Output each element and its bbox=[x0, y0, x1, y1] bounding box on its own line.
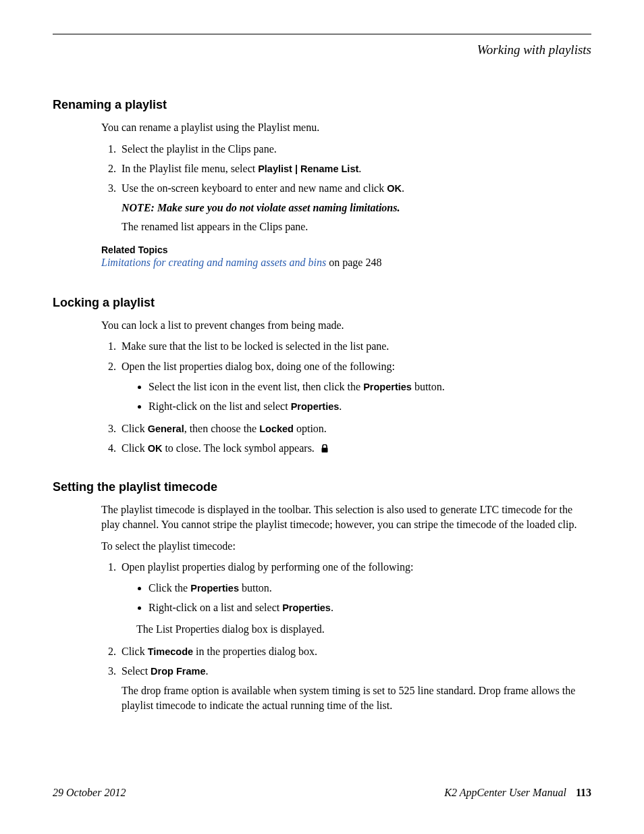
timecode-step-1-option-b: Right-click on a list and select Propert… bbox=[149, 600, 591, 615]
tc-3-post: . bbox=[205, 665, 208, 677]
lock-2b-pre: Right-click on the list and select bbox=[149, 400, 291, 412]
lock-step-2-option-b: Right-click on the list and select Prope… bbox=[149, 399, 591, 414]
lock-intro: You can lock a list to prevent changes f… bbox=[101, 318, 591, 333]
timecode-step-3-after: The drop frame option is available when … bbox=[122, 683, 591, 714]
rename-intro: You can rename a playlist using the Play… bbox=[101, 120, 591, 135]
general-tab-label: General bbox=[148, 423, 184, 434]
lock-2a-post: button. bbox=[412, 381, 445, 392]
timecode-step-1-option-a: Click the Properties button. bbox=[149, 581, 591, 596]
tc-1b-pre: Right-click on a list and select bbox=[149, 602, 282, 613]
related-topic-link[interactable]: Limitations for creating and naming asse… bbox=[101, 257, 326, 268]
lock-step-1: Make sure that the list to be locked is … bbox=[119, 339, 591, 354]
footer-manual-title: K2 AppCenter User Manual bbox=[444, 787, 566, 798]
rename-step-2: In the Playlist file menu, select Playli… bbox=[119, 161, 591, 176]
rename-note-after: The renamed list appears in the Clips pa… bbox=[122, 219, 591, 234]
timecode-step-1: Open playlist properties dialog by perfo… bbox=[119, 560, 591, 637]
rename-step-1: Select the playlist in the Clips pane. bbox=[119, 142, 591, 157]
timecode-steps: Open playlist properties dialog by perfo… bbox=[101, 560, 591, 713]
lock-step-2-option-a: Select the list icon in the event list, … bbox=[149, 380, 591, 394]
lock-2b-post: . bbox=[339, 400, 342, 412]
properties-menu-label: Properties bbox=[291, 401, 340, 412]
related-topic-trail: on page 248 bbox=[326, 257, 381, 268]
tc-1a-pre: Click the bbox=[149, 582, 190, 594]
rename-step-2-pre: In the Playlist file menu, select bbox=[122, 163, 258, 174]
tc-2-pre: Click bbox=[122, 646, 148, 657]
lock-3-post: option. bbox=[294, 423, 327, 434]
lock-step-3: Click General, then choose the Locked op… bbox=[119, 421, 591, 436]
menu-playlist-rename-list: Playlist | Rename List bbox=[258, 163, 358, 174]
lock-2a-pre: Select the list icon in the event list, … bbox=[149, 381, 363, 392]
header-rule bbox=[53, 34, 591, 34]
heading-setting-timecode: Setting the playlist timecode bbox=[53, 480, 591, 494]
header-breadcrumb: Working with playlists bbox=[53, 43, 591, 57]
locked-option-label: Locked bbox=[259, 423, 294, 434]
timecode-step-2: Click Timecode in the properties dialog … bbox=[119, 644, 591, 659]
rename-note: NOTE: Make sure you do not violate asset… bbox=[122, 201, 591, 215]
lock-step-1-text: Make sure that the list to be locked is … bbox=[122, 340, 389, 352]
lock-3-pre: Click bbox=[122, 423, 148, 434]
lock-step-2-options: Select the list icon in the event list, … bbox=[136, 380, 591, 415]
lock-4-post: to close. The lock symbol appears. bbox=[162, 442, 314, 454]
footer-right: K2 AppCenter User Manual113 bbox=[444, 787, 591, 799]
related-topic-row: Limitations for creating and naming asse… bbox=[101, 257, 591, 269]
lock-3-mid: , then choose the bbox=[184, 423, 260, 434]
lock-steps: Make sure that the list to be locked is … bbox=[101, 339, 591, 457]
tc-2-post: in the properties dialog box. bbox=[193, 646, 317, 657]
related-topics-label: Related Topics bbox=[101, 244, 591, 255]
rename-step-3-post: . bbox=[402, 182, 404, 194]
lock-step-2-text: Open the list properties dialog box, doi… bbox=[122, 361, 395, 372]
timecode-step-1-text: Open playlist properties dialog by perfo… bbox=[122, 561, 413, 573]
lock-step-4: Click OK to close. The lock symbol appea… bbox=[119, 441, 591, 457]
heading-locking-playlist: Locking a playlist bbox=[53, 296, 591, 310]
tc-3-pre: Select bbox=[122, 665, 151, 677]
rename-step-3: Use the on-screen keyboard to enter and … bbox=[119, 181, 591, 234]
footer-date: 29 October 2012 bbox=[53, 787, 126, 799]
tc-1a-post: button. bbox=[239, 582, 272, 594]
timecode-step-1-options: Click the Properties button. Right-click… bbox=[136, 581, 591, 616]
drop-frame-option-label: Drop Frame bbox=[151, 666, 205, 677]
timecode-step-1-after: The List Properties dialog box is displa… bbox=[136, 622, 591, 637]
page-footer: 29 October 2012 K2 AppCenter User Manual… bbox=[53, 787, 591, 799]
timecode-intro: The playlist timecode is displayed in th… bbox=[101, 502, 591, 531]
rename-step-1-text: Select the playlist in the Clips pane. bbox=[122, 143, 277, 155]
lock-step-2: Open the list properties dialog box, doi… bbox=[119, 359, 591, 415]
footer-page-number: 113 bbox=[576, 787, 591, 798]
svg-rect-0 bbox=[321, 448, 327, 452]
lock-icon bbox=[321, 442, 329, 457]
rename-steps: Select the playlist in the Clips pane. I… bbox=[101, 142, 591, 235]
properties-menu-label-2: Properties bbox=[282, 602, 331, 613]
tc-1b-post: . bbox=[331, 602, 333, 613]
ok-button-label-2: OK bbox=[148, 443, 163, 454]
rename-step-2-post: . bbox=[358, 163, 361, 174]
lock-4-pre: Click bbox=[122, 442, 148, 454]
ok-button-label: OK bbox=[387, 183, 402, 194]
timecode-intro2: To select the playlist timecode: bbox=[101, 539, 591, 554]
heading-renaming-playlist: Renaming a playlist bbox=[53, 98, 591, 112]
properties-button-label: Properties bbox=[363, 382, 412, 392]
timecode-step-3: Select Drop Frame. The drop frame option… bbox=[119, 664, 591, 713]
timecode-tab-label: Timecode bbox=[148, 646, 193, 657]
rename-step-3-pre: Use the on-screen keyboard to enter and … bbox=[122, 182, 387, 194]
properties-button-label-2: Properties bbox=[190, 583, 239, 594]
